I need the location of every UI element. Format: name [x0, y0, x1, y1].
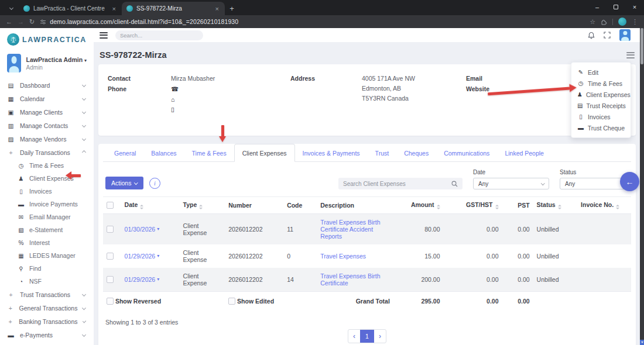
sidebar-item-manage-vendors[interactable]: ▨Manage Vendors: [0, 132, 94, 146]
scrollbar-down-button[interactable]: [640, 340, 644, 345]
expense-description-link[interactable]: Travel Expenses: [320, 253, 366, 260]
forward-icon[interactable]: →: [18, 18, 24, 25]
back-icon[interactable]: ←: [6, 18, 12, 25]
bookmark-star-icon[interactable]: ☆: [590, 18, 595, 26]
expense-description-link[interactable]: Travel Expenses Birth Certificate: [320, 272, 380, 287]
menu-item-time-fees[interactable]: ◷Time & Fees: [571, 78, 631, 89]
pagination-prev-button[interactable]: ‹: [348, 330, 360, 343]
select-all-checkbox[interactable]: [103, 197, 121, 214]
sidebar-item-nsf[interactable]: ◔NSF: [0, 275, 94, 288]
tab-balances[interactable]: Balances: [143, 145, 184, 161]
info-button[interactable]: i: [149, 178, 160, 189]
tab-general[interactable]: General: [107, 145, 143, 161]
tab-search-button[interactable]: [4, 0, 19, 15]
user-profile[interactable]: LawPractica Admin ▾ Admin: [0, 50, 94, 78]
collapse-panel-button[interactable]: ←: [620, 172, 639, 191]
detail-tab-bar: General Balances Time & Fees Client Expe…: [103, 144, 631, 162]
tab-cheques[interactable]: Cheques: [396, 145, 436, 161]
tab-linked-people[interactable]: Linked People: [497, 145, 551, 161]
date-filter-select[interactable]: Any: [473, 178, 549, 189]
expense-amount: 80.00: [393, 213, 444, 244]
pagination-page-1[interactable]: 1: [360, 330, 374, 343]
close-button[interactable]: ×: [625, 0, 644, 14]
column-header-gst-hst[interactable]: GST/HST: [444, 197, 502, 214]
pagination-next-button[interactable]: ›: [374, 330, 386, 343]
column-header-description[interactable]: Description: [317, 197, 393, 214]
expense-date-link[interactable]: 01/29/2026▾: [125, 276, 160, 283]
show-edited-checkbox[interactable]: [228, 298, 235, 305]
actions-button[interactable]: Actions: [105, 177, 143, 189]
sidebar-item-find[interactable]: ⚲Find: [0, 262, 94, 275]
column-header-pst[interactable]: PST: [502, 197, 533, 214]
sidebar-item-calendar[interactable]: ▦Calendar: [0, 92, 94, 105]
column-header-number[interactable]: Number: [225, 197, 283, 214]
notifications-bell-icon[interactable]: [588, 32, 595, 39]
browser-tab-client-centre[interactable]: LawPractica - Client Centre ×: [19, 2, 122, 15]
tab-trust[interactable]: Trust: [368, 145, 397, 161]
menu-item-edit[interactable]: ✎Edit: [571, 67, 631, 78]
tab-client-expenses[interactable]: Client Expenses: [234, 144, 295, 162]
browser-menu-icon[interactable]: ⋮: [632, 18, 638, 26]
sidebar-item-interest[interactable]: %Interest: [0, 236, 94, 249]
fullscreen-icon[interactable]: [604, 32, 611, 39]
clock-icon: ◷: [18, 163, 25, 169]
menu-item-client-expenses[interactable]: ♟Client Expenses: [571, 89, 631, 100]
address-field[interactable]: demo.lawpractica.com/client-detail.html?…: [40, 18, 584, 25]
tab-close-icon[interactable]: ×: [214, 5, 220, 12]
menu-item-trust-cheque[interactable]: ▬Trust Cheque: [571, 122, 631, 133]
sidebar-item-daily-transactions[interactable]: +Daily Transactions: [0, 146, 94, 159]
menu-item-trust-receipts[interactable]: ▤Trust Receipts: [571, 100, 631, 111]
column-header-amount[interactable]: Amount: [393, 197, 444, 214]
column-header-type[interactable]: Type: [180, 197, 225, 214]
new-tab-button[interactable]: +: [225, 2, 239, 15]
page-scrollbar[interactable]: [640, 28, 644, 345]
tab-communications[interactable]: Communications: [436, 145, 497, 161]
menu-item-invoices[interactable]: ▯Invoices: [571, 111, 631, 122]
sidebar-toggle-icon[interactable]: [100, 32, 108, 39]
expense-date-link[interactable]: 01/29/2026▾: [125, 253, 160, 260]
sidebar-item-email-manager[interactable]: ✉Email Manager: [0, 211, 94, 223]
sidebar-item-banking-transactions[interactable]: +Banking Transactions: [0, 315, 94, 328]
tab-invoices-payments[interactable]: Invoices & Payments: [295, 145, 368, 161]
tab-close-icon[interactable]: ×: [111, 5, 117, 12]
sidebar-item-manage-contacts[interactable]: ▥Manage Contacts: [0, 119, 94, 132]
sidebar-item-manage-clients[interactable]: ▣Manage Clients: [0, 105, 94, 119]
browser-profile-avatar[interactable]: [618, 18, 626, 26]
row-checkbox[interactable]: [103, 244, 121, 268]
column-header-status[interactable]: Status: [533, 197, 578, 214]
show-reversed-checkbox[interactable]: [107, 298, 114, 305]
status-filter-select[interactable]: Any: [560, 178, 629, 189]
sidebar-item-ledes-manager[interactable]: ▦LEDES Manager: [0, 249, 94, 262]
sidebar-item-general-transactions[interactable]: +General Transactions: [0, 301, 94, 315]
extensions-icon[interactable]: [601, 19, 607, 25]
clients-icon: ▣: [7, 109, 15, 116]
brand[interactable]: LAWPRACTICA: [0, 31, 94, 50]
column-header-invoice-no[interactable]: Invoice No.: [577, 197, 631, 214]
row-checkbox[interactable]: [103, 268, 121, 292]
expense-type: Client Expense: [180, 268, 225, 292]
global-search-input[interactable]: [120, 32, 197, 39]
column-header-date[interactable]: Date: [121, 197, 180, 214]
sidebar-item-e-statement[interactable]: ▧e-Statement: [0, 223, 94, 236]
scrollbar-thumb[interactable]: [640, 28, 643, 64]
expense-date-link[interactable]: 01/30/2026▾: [125, 226, 160, 233]
sidebar-item-trust-transactions[interactable]: +Trust Transactions: [0, 288, 94, 301]
tab-time-fees[interactable]: Time & Fees: [184, 145, 234, 161]
row-checkbox[interactable]: [103, 213, 121, 244]
column-header-code[interactable]: Code: [283, 197, 317, 214]
sidebar-item-dashboard[interactable]: ▤Dashboard: [0, 78, 94, 92]
site-info-icon[interactable]: [40, 19, 46, 25]
expenses-search-input[interactable]: [343, 181, 448, 187]
expense-description-link[interactable]: Travel Expenses Birth Certificate Accide…: [320, 219, 380, 240]
minimize-button[interactable]: –: [588, 0, 607, 14]
reload-icon[interactable]: ↻: [29, 18, 35, 26]
pagination: ‹ 1 ›: [103, 329, 631, 343]
sidebar-item-invoices[interactable]: ▯Invoices: [0, 185, 94, 198]
maximize-button[interactable]: [607, 0, 625, 14]
sidebar-item-invoice-payments[interactable]: ▬Invoice Payments: [0, 198, 94, 211]
user-avatar[interactable]: [619, 29, 631, 41]
card-menu-trigger-icon[interactable]: [626, 52, 635, 58]
sidebar-item-time-fees[interactable]: ◷Time & Fees: [0, 159, 94, 172]
browser-tab-client-detail[interactable]: SS-978722-Mirza ×: [122, 2, 225, 15]
sidebar-item-e-payments[interactable]: ▬e-Payments: [0, 328, 94, 341]
